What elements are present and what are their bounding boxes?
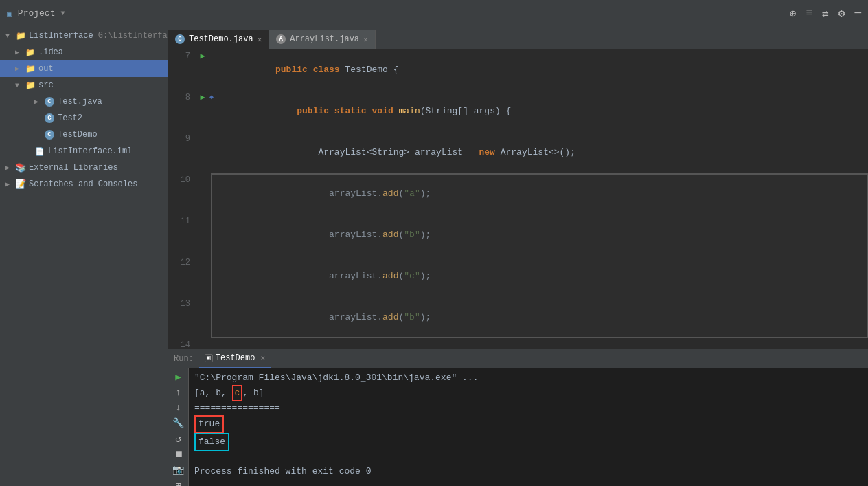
testdemo-icon: C <box>44 129 55 140</box>
editor-area: C TestDemo.java ✕ A ArrayList.java ✕ 7 ▶… <box>168 27 868 486</box>
code-line-7: 7 ▶ public class TestDemo { <box>168 49 868 91</box>
output-line-cmd: "C:\Program Files\Java\jdk1.8.0_301\bin\… <box>194 371 863 385</box>
output-line-empty <box>194 451 863 465</box>
line-content-10: arrayList.add("a"); <box>219 173 868 214</box>
run-tab-bar: Run: ▣ TestDemo ✕ <box>168 349 868 368</box>
sidebar-item-scratches[interactable]: ▶ 📝 Scratches and Consoles <box>0 176 168 192</box>
sidebar-item-testjava[interactable]: ▶ C Test.java <box>0 93 168 110</box>
project-icon: ▣ <box>7 8 12 19</box>
tab-bar: C TestDemo.java ✕ A ArrayList.java ✕ <box>168 27 868 49</box>
run-wrench-button[interactable]: 🔧 <box>171 417 186 429</box>
line-content-12: arrayList.add("c"); <box>219 256 868 297</box>
settings-icon[interactable]: ⚙ <box>838 7 845 21</box>
code-line-8: 8 ▶ ◆ public static void main(String[] a… <box>168 91 868 132</box>
main-layout: ▼ 📁 ListInterface G:\ListInterface ▶ 📁 .… <box>0 27 868 486</box>
tab-arraylist-close[interactable]: ✕ <box>363 35 368 44</box>
title-bar-icons: ⊕ ≡ ⇄ ⚙ — <box>790 7 861 21</box>
sidebar-item-src[interactable]: ▼ 📁 src <box>0 77 168 93</box>
root-label: ListInterface G:\ListInterface <box>29 31 168 41</box>
tab-arraylist-label: ArrayList.java <box>290 34 359 44</box>
extlib-label: External Libraries <box>29 163 118 173</box>
testjava-icon: C <box>44 96 55 107</box>
menu-icon[interactable]: ≡ <box>806 7 813 21</box>
line-num-14: 14 <box>168 338 196 349</box>
sidebar-item-testdemo[interactable]: C TestDemo <box>0 126 168 143</box>
line-run-8[interactable]: ▶ <box>196 91 209 104</box>
output-array-suffix: , b] <box>242 386 264 400</box>
run-rerun-button[interactable]: ↺ <box>171 433 186 445</box>
swap-icon[interactable]: ⇄ <box>822 7 829 21</box>
sidebar-item-test2[interactable]: C Test2 <box>0 110 168 126</box>
sidebar-item-extlib[interactable]: ▶ 📚 External Libraries <box>0 159 168 176</box>
run-play-button[interactable]: ▶ <box>171 371 186 383</box>
run-sidebar: ▶ ↑ ↓ 🔧 ↺ ⏹ 📷 ⊞ 🖨 ⋯ <box>168 368 189 486</box>
output-array-c: c <box>232 385 243 401</box>
iml-icon: 📄 <box>34 146 45 157</box>
code-line-9: 9 ArrayList<String> arrayList = new Arra… <box>168 132 868 173</box>
minimize-icon[interactable]: — <box>854 7 861 21</box>
line-num-13: 13 <box>168 297 196 311</box>
output-false-value: false <box>194 433 229 451</box>
sidebar: ▼ 📁 ListInterface G:\ListInterface ▶ 📁 .… <box>0 27 168 486</box>
run-tab-close[interactable]: ✕ <box>260 353 265 362</box>
line-run-7[interactable]: ▶ <box>196 49 209 63</box>
title-bar: ▣ Project ▼ ⊕ ≡ ⇄ ⚙ — <box>0 0 868 27</box>
code-lines-black-box-group: 10 arrayList.add("a"); 11 arrayList.add(… <box>168 173 868 338</box>
code-line-14: 14 System.out.println(arrayList); <box>168 338 868 349</box>
line-num-11: 11 <box>168 214 196 228</box>
output-line-array: [a, b, c, b] <box>194 385 863 401</box>
code-line-13: 13 arrayList.add("b"); <box>168 297 868 338</box>
testjava-label: Test.java <box>58 97 102 107</box>
tab-testdemo-close[interactable]: ✕ <box>258 35 262 44</box>
run-tab-icon: ▣ <box>205 354 213 362</box>
test2-icon: C <box>44 113 55 124</box>
sidebar-item-out[interactable]: ▶ 📁 out <box>0 60 168 77</box>
iml-label: ListInterface.iml <box>48 146 132 156</box>
line-num-7: 7 <box>168 49 196 63</box>
output-line-true: true <box>194 415 863 433</box>
line-content-13: arrayList.add("b"); <box>219 297 868 338</box>
output-cmd-text: "C:\Program Files\Java\jdk1.8.0_301\bin\… <box>194 371 478 385</box>
line-num-12: 12 <box>168 256 196 269</box>
scratches-label: Scratches and Consoles <box>29 179 137 189</box>
code-editor[interactable]: 7 ▶ public class TestDemo { 8 ▶ ◆ public… <box>168 49 868 349</box>
run-label: Run: <box>174 354 194 364</box>
idea-arrow: ▶ <box>15 48 25 56</box>
sidebar-root[interactable]: ▼ 📁 ListInterface G:\ListInterface <box>0 27 168 44</box>
output-line-false: false <box>194 433 863 451</box>
tab-testdemo-icon: C <box>175 34 185 44</box>
title-bar-left: ▣ Project ▼ <box>7 8 65 19</box>
line-content-8: public static void main(String[] args) { <box>219 91 868 132</box>
output-equals-text: ================ <box>194 401 280 415</box>
run-tab-testdemo[interactable]: ▣ TestDemo ✕ <box>199 349 271 368</box>
project-label[interactable]: Project <box>18 8 56 19</box>
testjava-arrow: ▶ <box>34 98 44 106</box>
line-bookmark-8: ◆ <box>209 91 219 104</box>
scratches-icon: 📝 <box>15 179 26 190</box>
out-arrow: ▶ <box>15 65 25 73</box>
output-line-equals: ================ <box>194 401 863 415</box>
output-line-exit: Process finished with exit code 0 <box>194 465 863 478</box>
tab-testdemo[interactable]: C TestDemo.java ✕ <box>168 30 269 49</box>
dropdown-icon[interactable]: ▼ <box>60 10 65 17</box>
sync-icon[interactable]: ⊕ <box>790 7 797 21</box>
root-icon: 📁 <box>15 30 26 41</box>
root-arrow: ▼ <box>5 32 15 40</box>
run-content: ▶ ↑ ↓ 🔧 ↺ ⏹ 📷 ⊞ 🖨 ⋯ "C:\Program Files\Ja… <box>168 368 868 486</box>
code-line-10: 10 arrayList.add("a"); <box>168 173 868 214</box>
output-true-value: true <box>194 415 224 433</box>
run-up-button[interactable]: ↑ <box>171 387 186 398</box>
bottom-panel: Run: ▣ TestDemo ✕ ▶ ↑ ↓ 🔧 ↺ ⏹ 📷 ⊞ <box>168 349 868 486</box>
tab-arraylist[interactable]: A ArrayList.java ✕ <box>269 30 375 49</box>
line-num-10: 10 <box>168 173 196 187</box>
src-label: src <box>38 80 54 90</box>
sidebar-item-idea[interactable]: ▶ 📁 .idea <box>0 44 168 60</box>
run-down-button[interactable]: ↓ <box>171 402 186 413</box>
run-expand-button[interactable]: ⊞ <box>171 480 186 486</box>
sidebar-item-iml[interactable]: 📄 ListInterface.iml <box>0 143 168 159</box>
run-stop-button[interactable]: ⏹ <box>171 449 186 460</box>
run-camera-button[interactable]: 📷 <box>171 464 186 476</box>
out-label: out <box>38 64 54 74</box>
line-num-9: 9 <box>168 132 196 146</box>
extlib-arrow: ▶ <box>5 164 15 172</box>
